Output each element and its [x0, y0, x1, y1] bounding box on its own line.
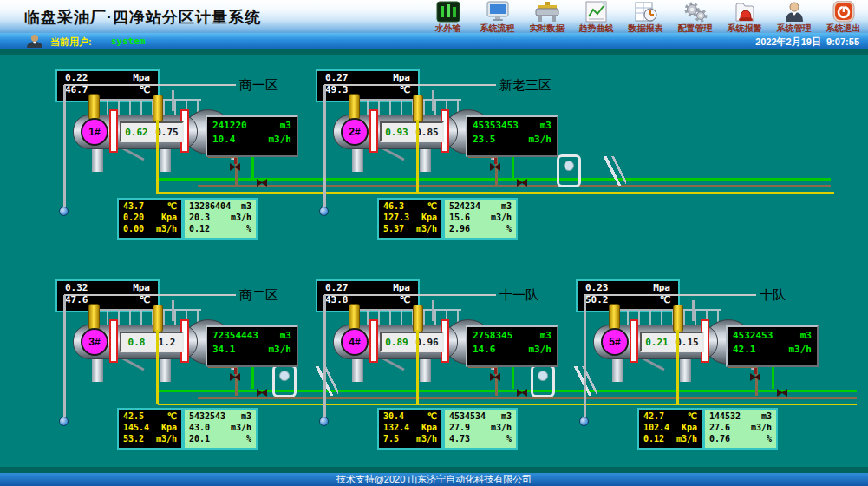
totalizer-display: 2758345m3 14.6m3/h	[466, 325, 558, 367]
inlet-pressure-value: 0.27	[325, 282, 349, 293]
left-sensor-icon	[59, 207, 69, 216]
gauge-value-1: 0.89	[385, 337, 408, 348]
inlet-pressure-value: 0.23	[585, 282, 609, 293]
relief-valve-icon	[609, 304, 620, 330]
left-riser-pipe	[323, 295, 326, 418]
vessel-leg	[420, 358, 431, 382]
level-gauge-display: 0.62 0.75	[120, 122, 184, 142]
tank-id-badge[interactable]: 1#	[81, 118, 108, 146]
meter-total-unit: m3	[241, 411, 251, 421]
outlet-pressure-unit: Kpa	[161, 423, 177, 432]
meter-total-unit: m3	[241, 201, 251, 211]
metering-unit-2: 0.27Mpa 49.3℃ 新老三区 0.93 0.85	[312, 68, 572, 246]
meter-rate-unit: m3/h	[491, 213, 512, 222]
gauge-value-2: 0.15	[675, 337, 699, 348]
left-riser-pipe	[63, 295, 66, 418]
meter-rate-value: 27.9	[449, 423, 470, 432]
toolbar-item-system-flow[interactable]: 系统流程	[473, 0, 522, 33]
gauge-value-1: 0.21	[645, 337, 669, 348]
wall-ladder-icon	[600, 156, 626, 186]
system-alarm-icon	[720, 1, 769, 23]
level-gauge-display: 0.21 0.15	[640, 332, 704, 352]
meter-readout-panel: 524234m3 15.6m3/h 2.96%	[443, 198, 518, 240]
meter-percent-value: 4.73	[449, 434, 470, 443]
gauge-value-2: 0.96	[415, 337, 439, 348]
datetime: 2022年2月19日 9:07:55	[755, 36, 859, 49]
totalizer-total-value: 241220	[212, 120, 247, 131]
outlet-flow-value: 7.5	[383, 434, 399, 443]
totalizer-rate-value: 34.1	[212, 344, 236, 355]
outlet-pressure-unit: Kpa	[161, 213, 177, 222]
totalizer-display: 4532453m3 42.1m3/h	[726, 325, 819, 367]
zone-label: 新老三区	[499, 77, 551, 94]
vessel-leg	[160, 358, 171, 382]
valve-stem	[494, 158, 497, 164]
metering-unit-1: 0.22Mpa 46.7℃ 商一区 0.62 0.75	[52, 68, 312, 246]
toolbar-item-trend-curve[interactable]: 趋势曲线	[571, 0, 621, 33]
totalizer-display: 241220m3 10.4m3/h	[206, 115, 298, 157]
page-title: 临盘采油厂·四净站分区计量系统	[24, 7, 261, 28]
vessel-mast	[692, 300, 695, 321]
zone-leader-line	[324, 294, 496, 296]
meter-percent-value: 20.1	[189, 434, 210, 443]
totalizer-rate-unit: m3/h	[269, 134, 292, 145]
meter-percent-unit: %	[767, 434, 772, 443]
totalizer-total-value: 45353453	[473, 120, 519, 131]
totalizer-total-unit: m3	[280, 330, 291, 341]
current-user-label: 当前用户:	[50, 36, 92, 49]
left-riser-pipe	[63, 85, 66, 208]
toolbar-item-realtime-data[interactable]: 实时数据	[522, 0, 571, 33]
meter-total-unit: m3	[501, 201, 512, 211]
outlet-temperature-unit: ℃	[427, 201, 437, 211]
zone-leader-line	[324, 84, 496, 86]
meter-rate-unit: m3/h	[231, 213, 251, 222]
meter-total-value: 5432543	[189, 411, 225, 421]
meter-percent-value: 2.96	[449, 224, 470, 233]
tank-id-badge[interactable]: 3#	[81, 328, 108, 356]
outlet-pressure-unit: Kpa	[421, 213, 437, 222]
toolbar-item-system-alarm[interactable]: 系统报警	[720, 0, 769, 33]
outlet-flow-unit: m3/h	[156, 434, 177, 443]
inlet-pressure-value: 0.27	[325, 72, 349, 83]
inlet-pressure-unit: Mpa	[133, 72, 150, 83]
tank-id-badge[interactable]: 2#	[341, 118, 369, 146]
meter-percent-unit: %	[246, 434, 251, 443]
toolbar-item-water-export[interactable]: 水外输	[423, 0, 473, 33]
outlet-temperature-value: 30.4	[383, 411, 404, 421]
left-sensor-icon	[59, 417, 69, 426]
outlet-temperature-unit: ℃	[167, 201, 177, 211]
vessel-mast	[432, 90, 434, 111]
tank-id-badge[interactable]: 4#	[341, 328, 369, 356]
outlet-flow-value: 0.12	[643, 434, 664, 443]
toolbar-item-data-report[interactable]: 数据报表	[621, 0, 670, 33]
header: 临盘采油厂·四净站分区计量系统 水外输 系统流程 实时数据	[0, 0, 868, 33]
yellow-drop-pipe	[416, 330, 419, 404]
valve-icon	[517, 179, 527, 187]
toolbar-item-system-management[interactable]: 系统管理	[769, 0, 819, 33]
outlet-temperature-value: 43.7	[123, 201, 144, 211]
inlet-pressure-unit: Mpa	[653, 282, 670, 293]
system-management-icon	[769, 1, 819, 23]
totalizer-rate-unit: m3/h	[529, 134, 552, 145]
outlet-flow-unit: m3/h	[416, 224, 437, 233]
scada-main-screen: 临盘采油厂·四净站分区计量系统 水外输 系统流程 实时数据	[0, 0, 868, 486]
outlet-flow-unit: m3/h	[156, 224, 177, 233]
toolbar-item-system-exit[interactable]: 系统退出	[819, 0, 868, 33]
system-flow-icon	[473, 1, 522, 23]
relief-valve-icon	[673, 305, 683, 332]
outlet-temperature-value: 46.3	[383, 201, 404, 211]
meter-rate-unit: m3/h	[491, 423, 512, 432]
outlet-temperature-unit: ℃	[427, 411, 437, 421]
metering-unit-3: 0.32Mpa 47.6℃ 商二区 0.8 1.2 3#	[52, 278, 312, 456]
outlet-readout-panel: 42.5℃ 145.4Kpa 53.2m3/h	[117, 408, 183, 450]
relief-valve-icon	[88, 94, 100, 120]
toolbar-item-config-management[interactable]: 配置管理	[670, 0, 720, 33]
level-glass-left	[109, 319, 118, 363]
totalizer-total-unit: m3	[540, 120, 551, 131]
tank-id-badge[interactable]: 5#	[601, 328, 629, 356]
outlet-flow-value: 0.00	[123, 224, 144, 233]
vessel-mast	[432, 300, 434, 321]
yellow-drop-pipe	[156, 120, 159, 194]
yellow-drop-pipe	[676, 330, 679, 404]
totalizer-rate-value: 23.5	[473, 134, 496, 145]
